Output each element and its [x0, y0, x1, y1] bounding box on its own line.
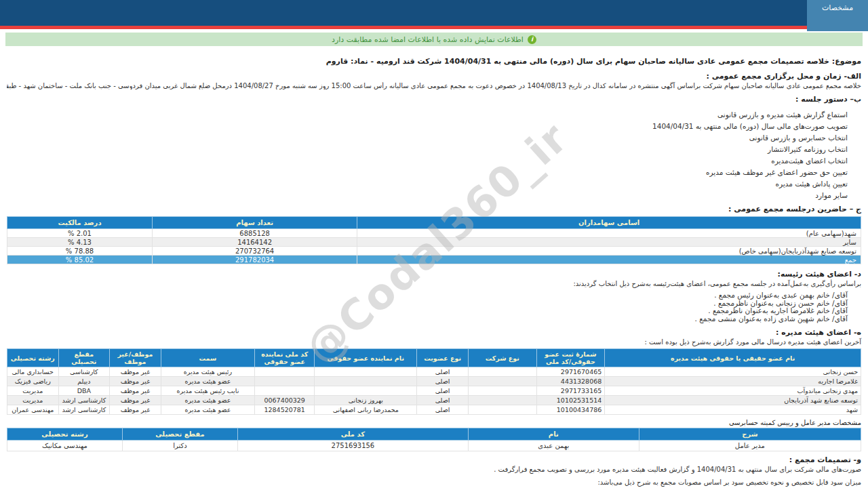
- col-education-level: مقطع تحصیلی: [123, 428, 238, 441]
- cell-shareholder: سایر: [357, 238, 861, 247]
- agenda-item: انتخاب اعضای هیئت‌مدیره: [7, 157, 848, 165]
- cell-education-level: دکترا: [123, 441, 238, 451]
- col-education-level: مقطع تحصیلی: [58, 349, 110, 367]
- cell-education-level: کارشناسی ارشد: [58, 405, 110, 415]
- cell-shareholder: توسعه صنایع شهدآذربایجان(سهامی خاص): [357, 247, 861, 256]
- col-member-name: نام عضو حقیقی یا حقوقی هیئت مدیره: [605, 349, 861, 367]
- cell-membership-type: اصلی: [417, 386, 469, 396]
- board-row: توسعه صنایع شهد آذربایجان 10102531514 اص…: [7, 396, 861, 405]
- col-shareholder-names: اسامی سهامداران: [357, 217, 861, 229]
- board-row: غلامرضا اجاریه 4431328068 اصلی عضو هیئت …: [7, 377, 861, 386]
- cell-total-shares: 291782034: [153, 256, 357, 264]
- section-e-text: آخرین اعضای هیئت مدیره درسال مالی مورد گ…: [7, 338, 861, 346]
- cell-representative-id: 0067400329: [255, 396, 315, 405]
- col-education-field: رشته تحصیلی: [7, 349, 59, 367]
- cell-representative-name: [315, 367, 417, 377]
- attendees-table: اسامی سهامداران تعداد سهام درصد مالکیت ش…: [7, 216, 861, 264]
- section-b-heading: ب– دستور جلسه :: [7, 95, 861, 104]
- attendees-row: شهد(سهامی عام) 6885128 % 2.01: [7, 229, 861, 238]
- cell-representative-id: [255, 377, 315, 386]
- ceo-table: شرح نام کد ملی مقطع تحصیلی رشته تحصیلی م…: [7, 428, 861, 451]
- info-icon: i: [528, 35, 536, 44]
- cell-executive-status: غیر موظف: [110, 396, 161, 405]
- board-row: شهد 10100434786 اصلی محمدرضا ربانی اصفها…: [7, 405, 861, 415]
- col-company-type: نوع شرکت: [468, 349, 536, 367]
- col-ownership-percent: درصد مالکیت: [7, 217, 153, 229]
- section-d-heading: د- اعضای هیئت رئیسه:: [7, 270, 861, 279]
- cell-percent: % 4.13: [7, 238, 153, 247]
- col-position: سمت: [161, 349, 254, 367]
- cell-percent: % 2.01: [7, 229, 153, 238]
- cell-position: عضو هیئت مدیره: [161, 396, 254, 405]
- cell-education-field: مهندسی مکانیک: [7, 441, 123, 451]
- agenda-item: سایر موارد: [7, 191, 848, 199]
- section-e-heading: ه- اعضای هیئت مدیره :: [7, 328, 861, 337]
- cell-member-name: شهد: [605, 405, 861, 415]
- section-a-heading: الف- زمان و محل برگزاری مجمع عمومی :: [7, 72, 861, 81]
- cell-member-name: غلامرضا اجاریه: [605, 377, 861, 386]
- cell-reg-number: 10102531514: [536, 396, 605, 405]
- agenda-item: تعیین حق حضور اعضای غیر موظف هیئت مدیره: [7, 168, 848, 176]
- cell-total-percent: % 85.02: [7, 256, 153, 264]
- attendees-header-row: اسامی سهامداران تعداد سهام درصد مالکیت: [7, 217, 861, 229]
- cell-shareholder: شهد(سهامی عام): [357, 229, 861, 238]
- cell-position: عضو هیئت مدیره: [161, 405, 254, 415]
- cell-representative-id: [255, 386, 315, 396]
- section-f-heading: و- تصمیمات مجمع :: [7, 455, 861, 464]
- cell-education-level: کارشناسی: [58, 367, 110, 377]
- agenda-item: انتخاب حسابرس و بازرس قانونی: [7, 134, 848, 142]
- cell-education-level: DBA: [58, 386, 110, 396]
- alert-text: اطلاعات نمایش داده شده با اطلاعات امضا ش…: [332, 35, 524, 44]
- agenda-item: تعیین پاداش هیئت مدیره: [7, 180, 848, 188]
- cell-representative-id: [255, 367, 315, 377]
- agenda-list: استماع گزارش هیئت مدیره و بازرس قانونی ت…: [7, 110, 861, 199]
- cell-representative-name: محمدرضا ربانی اصفهانی: [315, 405, 417, 415]
- tab-specifications[interactable]: مشخصات: [807, 0, 868, 31]
- attendees-row: توسعه صنایع شهدآذربایجان(سهامی خاص) 2707…: [7, 247, 861, 256]
- cell-representative-id: 1284520781: [255, 405, 315, 415]
- board-row: مهدی زنجانی میاندوآب 2971733165 اصلی نای…: [7, 386, 861, 396]
- cell-reg-number: 2971733165: [536, 386, 605, 396]
- cell-executive-status: غیر موظف: [110, 377, 161, 386]
- red-divider: [0, 26, 868, 29]
- cell-reg-number: 2971670465: [536, 367, 605, 377]
- cell-position: نایب رئیس هیئت مدیره: [161, 386, 254, 396]
- cell-company-type: [468, 367, 536, 377]
- col-executive-status: موظف/غیر موظف: [110, 349, 161, 367]
- cell-position: عضو هیئت مدیره: [161, 377, 254, 386]
- cell-shares: 270732764: [153, 247, 357, 256]
- top-navbar: [0, 0, 868, 26]
- cell-reg-number: 4431328068: [536, 377, 605, 386]
- cell-executive-status: غیر موظف: [110, 386, 161, 396]
- col-share-count: تعداد سهام: [153, 217, 357, 229]
- col-representative-name: نام نماینده عضو حقوقی: [315, 349, 417, 367]
- cell-percent: % 78.88: [7, 247, 153, 256]
- cell-shares: 6885128: [153, 229, 357, 238]
- section-a-text: خلاصه مجمع عمومی عادی سالیانه صاحبان سها…: [7, 82, 861, 89]
- cell-education-field: ریاضی فیزیک: [7, 377, 59, 386]
- col-education-field: رشته تحصیلی: [7, 428, 123, 441]
- cell-total-label: جمع: [357, 256, 861, 264]
- board-header-row: نام عضو حقیقی یا حقوقی هیئت مدیره شمارۀ …: [7, 349, 861, 367]
- cell-national-id: 2751693156: [237, 441, 468, 451]
- col-reg-number: شمارۀ ثبت عضو حقوقی/کد ملی: [536, 349, 605, 367]
- col-name: نام: [468, 428, 639, 441]
- cell-representative-name: بهروز زنجانی: [315, 396, 417, 405]
- cell-education-field: مدیریت: [7, 396, 59, 405]
- col-membership-type: نوع عضویت: [417, 349, 469, 367]
- profit-intro-text: میزان سود قابل تخصیص و نحوه تخصیص سود بر…: [7, 479, 861, 486]
- signature-match-alert: i اطلاعات نمایش داده شده با اطلاعات امضا…: [5, 33, 863, 46]
- cell-education-field: مدیریت: [7, 386, 59, 396]
- cell-membership-type: اصلی: [417, 367, 469, 377]
- cell-shares: 14164142: [153, 238, 357, 247]
- attendees-row: سایر 14164142 % 4.13: [7, 238, 861, 247]
- col-national-id: کد ملی: [237, 428, 468, 441]
- codal-report-page: مشخصات i اطلاعات نمایش داده شده با اطلاع…: [0, 0, 868, 488]
- cell-representative-name: [315, 377, 417, 386]
- cell-education-field: مهندسی عمران: [7, 405, 59, 415]
- cell-company-type: [468, 396, 536, 405]
- col-description: شرح: [639, 428, 861, 441]
- presiding-member: آقای/ خانم بهمن عبدی به‌عنوان رئیس مجمع …: [7, 291, 848, 300]
- ceo-row: مدیر عامل بهمن عبدی 2751693156 دکترا مهن…: [7, 441, 861, 451]
- cell-description: مدیر عامل: [639, 441, 861, 451]
